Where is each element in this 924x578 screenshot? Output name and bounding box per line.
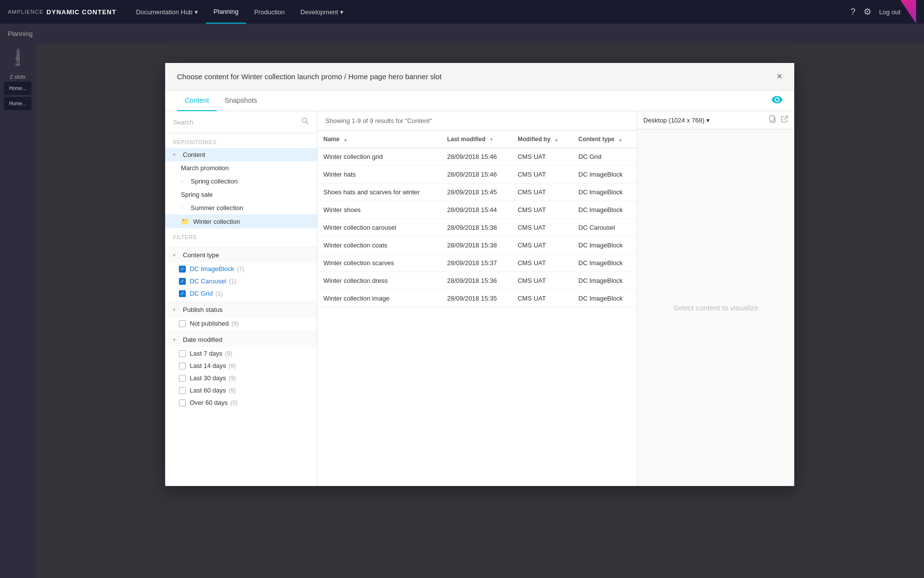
- cell-name: Winter collection carousel: [318, 219, 441, 237]
- cell-modified-by: CMS UAT: [512, 219, 573, 237]
- table-row[interactable]: Winter collection grid 28/09/2018 15:46 …: [318, 148, 637, 166]
- table-row[interactable]: Winter collection scarves 28/09/2018 15:…: [318, 254, 637, 272]
- table-row[interactable]: Shoes hats and scarves for winter 28/09/…: [318, 183, 637, 201]
- modal-body: Repositories ▾ Content March promotion ›…: [165, 111, 794, 486]
- repo-item-spring-sale[interactable]: Spring sale: [165, 188, 317, 201]
- filter-item-dc-carousel[interactable]: DC Carousel (1): [165, 275, 317, 287]
- table-row[interactable]: Winter collection carousel 28/09/2018 15…: [318, 219, 637, 237]
- results-summary: Showing 1-9 of 9 results for "Content": [325, 117, 432, 124]
- col-header-last-modified[interactable]: Last modified ▼: [441, 131, 512, 148]
- filter-item-not-published[interactable]: Not published (9): [165, 317, 317, 330]
- table-row[interactable]: Winter collection dress 28/09/2018 15:36…: [318, 272, 637, 290]
- table-body: Winter collection grid 28/09/2018 15:46 …: [318, 148, 637, 307]
- filter-item-dc-grid[interactable]: DC Grid (1): [165, 287, 317, 300]
- repo-item-summer-collection[interactable]: › Summer collection: [165, 201, 317, 214]
- repo-item-winter-collection[interactable]: 📁 Winter collection: [165, 214, 317, 228]
- cell-name: Winter collection coats: [318, 237, 441, 254]
- checkbox-dc-carousel[interactable]: [179, 278, 186, 285]
- filter-header-date-modified[interactable]: ▾ Date modified: [165, 332, 317, 347]
- nav-item-planning[interactable]: Planning: [206, 0, 247, 24]
- cell-content-type: DC ImageBlock: [573, 254, 637, 272]
- chevron-down-icon: ▾: [340, 8, 344, 16]
- table-row[interactable]: Winter hats 28/09/2018 15:46 CMS UAT DC …: [318, 166, 637, 183]
- nav-item-documentation-hub[interactable]: Documentation Hub ▾: [128, 0, 206, 24]
- cell-content-type: DC ImageBlock: [573, 272, 637, 290]
- modal-tabs: Content Snapshots: [165, 91, 794, 111]
- search-input[interactable]: [173, 119, 301, 126]
- cell-content-type: DC Carousel: [573, 219, 637, 237]
- settings-button[interactable]: ⚙: [864, 6, 871, 17]
- chevron-right-icon: ›: [181, 179, 187, 184]
- main-nav: Documentation Hub ▾ Planning Production …: [128, 0, 851, 24]
- filter-item-last-30-days[interactable]: Last 30 days (9): [165, 372, 317, 384]
- chevron-down-icon: ▾: [173, 252, 179, 258]
- checkbox-last-14-days[interactable]: [179, 363, 186, 369]
- chevron-down-icon: ▾: [173, 337, 179, 342]
- checkbox-last-7-days[interactable]: [179, 350, 186, 357]
- results-bar: Showing 1-9 of 9 results for "Content": [318, 111, 637, 131]
- sort-arrow-modified-by: ▲: [554, 137, 559, 142]
- repo-summer-collection-label: Summer collection: [191, 204, 243, 212]
- repo-item-march-promotion[interactable]: March promotion: [165, 161, 317, 175]
- cell-modified-by: CMS UAT: [512, 254, 573, 272]
- modal-close-button[interactable]: ×: [777, 71, 782, 82]
- search-icon-button[interactable]: [301, 117, 309, 127]
- planning-label: Planning: [8, 30, 33, 37]
- repo-item-spring-collection[interactable]: › Spring collection: [165, 175, 317, 188]
- copy-icon-button[interactable]: [769, 115, 777, 125]
- cell-content-type: DC ImageBlock: [573, 237, 637, 254]
- nav-item-development[interactable]: Development ▾: [292, 0, 351, 24]
- edition-sidebar: Edition 2 slots Home... Home...: [0, 43, 35, 578]
- filter-item-last-60-days[interactable]: Last 60 days (9): [165, 384, 317, 396]
- checkbox-last-60-days[interactable]: [179, 387, 186, 394]
- filter-over-60-days-label: Over 60 days (0): [190, 399, 238, 406]
- table-row[interactable]: Winter collection image 28/09/2018 15:35…: [318, 290, 637, 307]
- table-row[interactable]: Winter shoes 28/09/2018 15:44 CMS UAT DC…: [318, 201, 637, 219]
- checkbox-not-published[interactable]: [179, 320, 186, 327]
- cell-content-type: DC ImageBlock: [573, 183, 637, 201]
- sort-arrow-last-modified: ▼: [489, 137, 494, 142]
- checkbox-last-30-days[interactable]: [179, 375, 186, 382]
- filter-item-last-7-days[interactable]: Last 7 days (9): [165, 347, 317, 360]
- right-panel-body: Select content to visualize: [637, 129, 794, 486]
- checkbox-over-60-days[interactable]: [179, 399, 186, 406]
- cell-modified-by: CMS UAT: [512, 290, 573, 307]
- cell-last-modified: 28/09/2018 15:38: [441, 219, 512, 237]
- filter-item-over-60-days[interactable]: Over 60 days (0): [165, 396, 317, 409]
- filters-section: ▾ Content type DC ImageBlock (7) DC Caro…: [165, 243, 317, 415]
- cell-name: Winter collection grid: [318, 148, 441, 166]
- filter-group-date-modified: ▾ Date modified Last 7 days (9) Last 14 …: [165, 332, 317, 409]
- slot-item-2[interactable]: Home...: [4, 97, 31, 110]
- filter-last-30-days-label: Last 30 days (9): [190, 374, 236, 382]
- right-panel-top: Desktop (1024 x 768) ▾: [637, 111, 794, 129]
- filter-header-publish-status[interactable]: ▾ Publish status: [165, 302, 317, 317]
- filter-header-content-type[interactable]: ▾ Content type: [165, 247, 317, 263]
- slots-label: 2 slots: [10, 74, 26, 80]
- filter-last-7-days-label: Last 7 days (9): [190, 350, 232, 357]
- filter-group-publish-status: ▾ Publish status Not published (9): [165, 302, 317, 330]
- col-header-modified-by[interactable]: Modified by ▲: [512, 131, 573, 148]
- filter-item-dc-imageblock[interactable]: DC ImageBlock (7): [165, 263, 317, 275]
- col-header-content-type[interactable]: Content type ▲: [573, 131, 637, 148]
- modal-backdrop: Choose content for Winter collection lau…: [35, 43, 924, 578]
- logout-button[interactable]: Log out: [879, 8, 900, 16]
- cell-name: Winter collection image: [318, 290, 441, 307]
- table-row[interactable]: Winter collection coats 28/09/2018 15:38…: [318, 237, 637, 254]
- filter-publish-status-label: Publish status: [183, 306, 309, 313]
- help-button[interactable]: ?: [851, 7, 856, 17]
- checkbox-dc-grid[interactable]: [179, 290, 186, 297]
- slot-item-1[interactable]: Home...: [4, 82, 31, 95]
- eye-button[interactable]: [772, 95, 782, 106]
- filter-item-last-14-days[interactable]: Last 14 days (9): [165, 360, 317, 372]
- col-header-name[interactable]: Name ▲: [318, 131, 441, 148]
- nav-item-production[interactable]: Production: [246, 0, 292, 24]
- external-link-icon-button[interactable]: [780, 115, 788, 125]
- tab-snapshots[interactable]: Snapshots: [217, 91, 265, 111]
- filter-not-published-label: Not published (9): [190, 320, 239, 327]
- nav-right: ? ⚙ Log out: [851, 6, 900, 17]
- folder-icon: 📁: [181, 217, 189, 225]
- tab-content[interactable]: Content: [177, 91, 217, 111]
- repo-item-content[interactable]: ▾ Content: [165, 148, 317, 161]
- right-panel-inner: Desktop (1024 x 768) ▾: [637, 111, 794, 486]
- checkbox-dc-imageblock[interactable]: [179, 266, 186, 273]
